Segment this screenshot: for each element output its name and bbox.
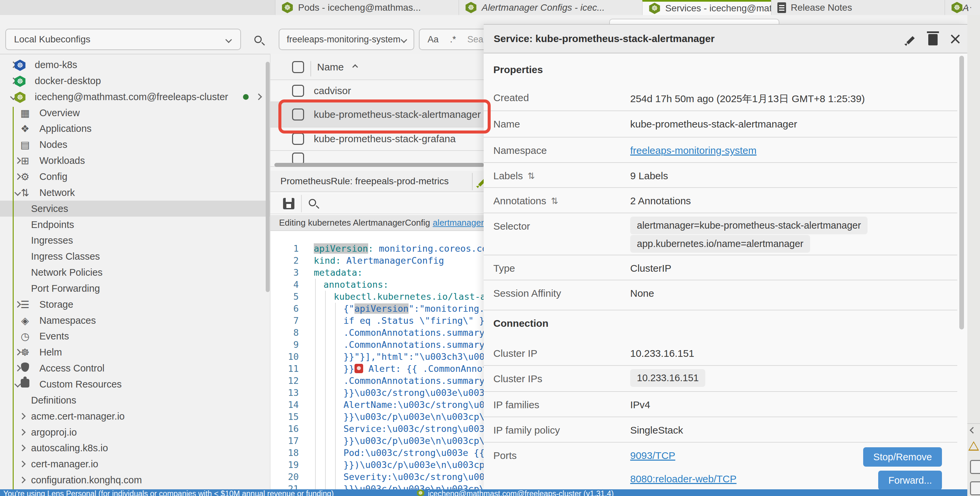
- line-number: 9: [270, 339, 299, 351]
- sidebar-item-access-control[interactable]: Access Control: [0, 360, 270, 376]
- expand-rows-icon[interactable]: ⇅: [551, 196, 558, 206]
- editing-object-link[interactable]: alertmanager: [433, 218, 484, 228]
- drawer-header: Service: kube-prometheus-stack-alertmana…: [484, 25, 967, 53]
- kubernetes-icon: ☸: [951, 2, 963, 13]
- sidebar-item-autoscaling-k8s-io[interactable]: autoscaling.k8s.io: [0, 440, 270, 456]
- chevron-right-icon[interactable]: [19, 461, 26, 467]
- sidebar-item-cert-manager-io[interactable]: cert-manager.io: [0, 456, 270, 472]
- code-token: .CommonAnnotations.summary }}: [344, 339, 501, 350]
- tab-clipped[interactable]: ☸: [945, 0, 980, 15]
- row-checkbox[interactable]: [292, 85, 304, 97]
- code-line: metadata:: [314, 267, 363, 279]
- code-token: AlertmanagerConfig: [347, 255, 444, 266]
- column-header-name[interactable]: Name: [317, 61, 344, 73]
- code-token: kind: [314, 255, 336, 266]
- drawer-row-selector: Selectoralertmanager=kube-prometheus-sta…: [484, 213, 957, 255]
- cluster-status-text[interactable]: icecheng@mathmast.com@freeleaps-cluster …: [428, 489, 614, 496]
- code-token: Severity:\u003c/strong\u003e: [344, 472, 495, 482]
- sidebar-item-demo-k8s[interactable]: ☸demo-k8s: [0, 57, 270, 73]
- sidebar-item-acme-cert-manager-io[interactable]: acme.cert-manager.io: [0, 408, 270, 424]
- sidebar-item-applications[interactable]: ❖Applications: [0, 121, 270, 137]
- expand-rows-icon[interactable]: ⇅: [527, 171, 535, 181]
- sidebar-item-storage[interactable]: ☰Storage: [0, 296, 270, 312]
- horizontal-scrollbar[interactable]: [274, 163, 484, 167]
- row-checkbox[interactable]: [292, 133, 304, 145]
- sidebar-item-overview[interactable]: ▦Overview: [0, 105, 270, 121]
- sidebar-item-label: Config: [40, 171, 67, 182]
- drawer-scrollbar[interactable]: [959, 56, 964, 329]
- sidebar-item-label: Port Forwarding: [31, 283, 100, 294]
- k8s-icon: ☸: [13, 91, 27, 103]
- divider: [301, 195, 302, 212]
- sidebar-item-port-forwarding[interactable]: Port Forwarding: [0, 280, 270, 296]
- sidebar-item-network[interactable]: ⇅Network: [0, 184, 270, 200]
- sidebar-item-definitions[interactable]: Definitions: [0, 392, 270, 408]
- drawer-row-value: kube-prometheus-stack-alertmanager: [630, 119, 797, 130]
- tab-services-icecheng-math-[interactable]: ☸Services - icecheng@math...✕: [642, 0, 771, 15]
- drawer-row-value[interactable]: freeleaps-monitoring-system: [630, 145, 756, 156]
- drawer-row-label: Labels⇅: [493, 170, 535, 181]
- sidebar-item-config[interactable]: ⚙Config: [0, 169, 270, 184]
- sidebar-item-icecheng-mathmast-com-freeleaps-cluster[interactable]: ☸icecheng@mathmast.com@freeleaps-cluster: [0, 89, 270, 105]
- sidebar-item-docker-desktop[interactable]: ☸docker-desktop: [0, 73, 270, 89]
- drawer-row-name: Namekube-prometheus-stack-alertmanager: [484, 111, 957, 138]
- puzzle-icon: [18, 378, 32, 390]
- drawer-row-annotations: Annotations⇅2 Annotations: [484, 188, 957, 213]
- sidebar-item-helm[interactable]: ☸Helm: [0, 344, 270, 360]
- code-line: }} Alert: {{ .CommonAnnotati: [344, 363, 504, 375]
- code-token: }}"}],"html":"\u003ch3\u003e\u: [344, 351, 506, 362]
- sidebar-item-endpoints[interactable]: Endpoints: [0, 217, 270, 233]
- forward--button[interactable]: Forward...: [878, 471, 942, 490]
- match-case-icon[interactable]: Aa: [428, 34, 439, 45]
- select-all-checkbox[interactable]: [292, 61, 304, 73]
- sidebar-item-label: Ingresses: [31, 235, 73, 246]
- sidebar-item-argoproj-io[interactable]: argoproj.io: [0, 424, 270, 440]
- chevron-right-icon[interactable]: [255, 94, 262, 100]
- code-token: apiVersion: [314, 243, 368, 254]
- sidebar-scrollbar[interactable]: [266, 62, 270, 292]
- chevron-right-icon[interactable]: [19, 429, 26, 436]
- stop-remove-button[interactable]: Stop/Remove: [863, 447, 942, 467]
- kubernetes-icon: ☸: [649, 3, 660, 14]
- tab-release-notes[interactable]: Release Notes: [771, 0, 945, 15]
- kubeconfig-select[interactable]: Local Kubeconfigs: [5, 29, 241, 50]
- tab-pods-icecheng-mathmas-[interactable]: ☸Pods - icecheng@mathmas...: [275, 0, 459, 15]
- chevron-right-icon[interactable]: [19, 445, 26, 451]
- editor-tab-title[interactable]: PrometheusRule: freepeals-prod-metrics: [270, 176, 449, 187]
- sidebar-item-ingress-classes[interactable]: Ingress Classes: [0, 248, 270, 264]
- sidebar-item-ingresses[interactable]: Ingresses: [0, 232, 270, 248]
- sidebar-item-configuration-konghq-com[interactable]: configuration.konghq.com: [0, 472, 270, 488]
- kubernetes-icon: ☸: [14, 60, 26, 71]
- editing-note: Editing kubernetes AlertmanagerConfig: [279, 218, 430, 228]
- save-icon[interactable]: [283, 198, 294, 209]
- sidebar-item-custom-resources[interactable]: Custom Resources: [0, 376, 270, 392]
- sidebar-item-network-policies[interactable]: Network Policies: [0, 264, 270, 280]
- edit-service-icon[interactable]: [905, 33, 916, 45]
- workloads-icon: ⊞: [18, 155, 32, 167]
- chevron-right-icon[interactable]: [19, 413, 26, 420]
- port-link[interactable]: 8080:reloader-web/TCP: [630, 473, 737, 485]
- regex-icon[interactable]: .*: [450, 34, 456, 45]
- close-drawer-icon[interactable]: [950, 33, 960, 43]
- namespace-select[interactable]: freeleaps-monitoring-system: [279, 29, 414, 50]
- chevron-right-icon[interactable]: [19, 477, 26, 483]
- delete-service-icon[interactable]: [928, 34, 938, 45]
- drawer-row-label: Cluster IP: [493, 348, 538, 359]
- tab-label: Services - icecheng@math...: [665, 3, 771, 14]
- code-line: apiVersion: monitoring.coreos.com/v1: [314, 243, 509, 255]
- sidebar-item-nodes[interactable]: ▤Nodes: [0, 137, 270, 153]
- sidebar-item-events[interactable]: ◷Events: [0, 328, 270, 344]
- tab-alertmanager-configs-ice[interactable]: ☸Alertmanager Configs - icec...: [459, 0, 642, 15]
- license-status-text: You're using Lens Personal (for individu…: [3, 489, 334, 496]
- line-number: 19: [270, 459, 299, 471]
- sidebar-item-services[interactable]: Services: [0, 200, 270, 217]
- chevron-left-icon[interactable]: [970, 427, 976, 434]
- row-checkbox[interactable]: [292, 108, 304, 121]
- drawer-row-namespace: Namespacefreeleaps-monitoring-system: [484, 138, 957, 163]
- search-icon[interactable]: [255, 36, 262, 43]
- sort-asc-icon[interactable]: [353, 64, 358, 70]
- sidebar-item-workloads[interactable]: ⊞Workloads: [0, 153, 270, 169]
- editor-search-icon[interactable]: [309, 199, 316, 206]
- port-link[interactable]: 9093/TCP: [630, 450, 675, 461]
- sidebar-item-namespaces[interactable]: ◈Namespaces: [0, 312, 270, 328]
